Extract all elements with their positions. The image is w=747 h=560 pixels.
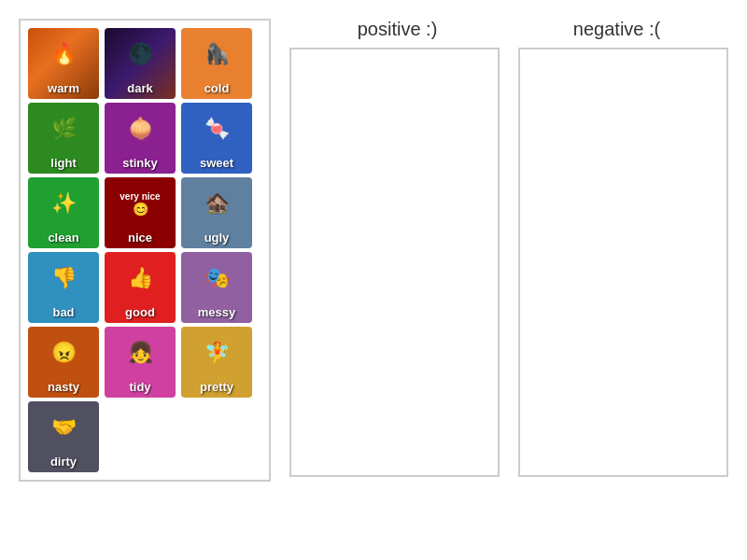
word-tile-label-dirty: dirty	[50, 455, 77, 469]
word-tile-good[interactable]: good	[105, 252, 176, 323]
word-tile-dirty[interactable]: dirty	[28, 401, 99, 472]
drop-zone-boxes	[289, 48, 728, 477]
word-tile-label-bad: bad	[52, 305, 74, 319]
word-tile-bad[interactable]: bad	[28, 252, 99, 323]
drop-zone-headers: positive :) negative :(	[289, 19, 728, 40]
word-tile-messy[interactable]: messy	[181, 252, 252, 323]
word-tile-pretty[interactable]: pretty	[181, 327, 252, 398]
word-tile-nasty[interactable]: nasty	[28, 327, 99, 398]
positive-drop-zone[interactable]	[289, 48, 500, 477]
word-tile-stinky[interactable]: stinky	[105, 103, 176, 174]
word-tile-tidy[interactable]: tidy	[105, 327, 176, 398]
word-tile-cold[interactable]: cold	[181, 28, 252, 99]
word-tile-ugly[interactable]: ugly	[181, 177, 252, 248]
word-tile-dark[interactable]: dark	[105, 28, 176, 99]
word-tile-label-dark: dark	[127, 81, 152, 95]
negative-drop-zone[interactable]	[518, 48, 728, 477]
word-tile-label-tidy: tidy	[129, 380, 150, 394]
word-tile-label-nasty: nasty	[48, 380, 79, 394]
word-tile-label-light: light	[50, 156, 76, 170]
word-tile-label-ugly: ugly	[204, 231, 230, 245]
word-tile-label-clean: clean	[48, 231, 78, 245]
word-tile-label-nice: nice	[128, 231, 152, 245]
word-bank: warmdarkcoldlightstinkysweetcleanniceugl…	[19, 19, 271, 482]
word-tile-light[interactable]: light	[28, 103, 99, 174]
word-tile-label-warm: warm	[48, 81, 79, 95]
word-tile-warm[interactable]: warm	[28, 28, 99, 99]
word-tile-sweet[interactable]: sweet	[181, 103, 252, 174]
word-tile-label-pretty: pretty	[200, 380, 233, 394]
word-tile-label-stinky: stinky	[122, 156, 158, 170]
word-tile-label-sweet: sweet	[200, 156, 233, 170]
main-container: warmdarkcoldlightstinkysweetcleanniceugl…	[0, 0, 747, 500]
word-tile-label-messy: messy	[198, 305, 235, 319]
negative-header: negative :(	[573, 19, 660, 40]
word-tile-nice[interactable]: nice	[105, 177, 176, 248]
word-tile-label-good: good	[125, 305, 155, 319]
positive-header: positive :)	[358, 19, 438, 40]
word-tile-clean[interactable]: clean	[28, 177, 99, 248]
word-tile-label-cold: cold	[204, 81, 230, 95]
drop-zones: positive :) negative :(	[289, 19, 728, 477]
